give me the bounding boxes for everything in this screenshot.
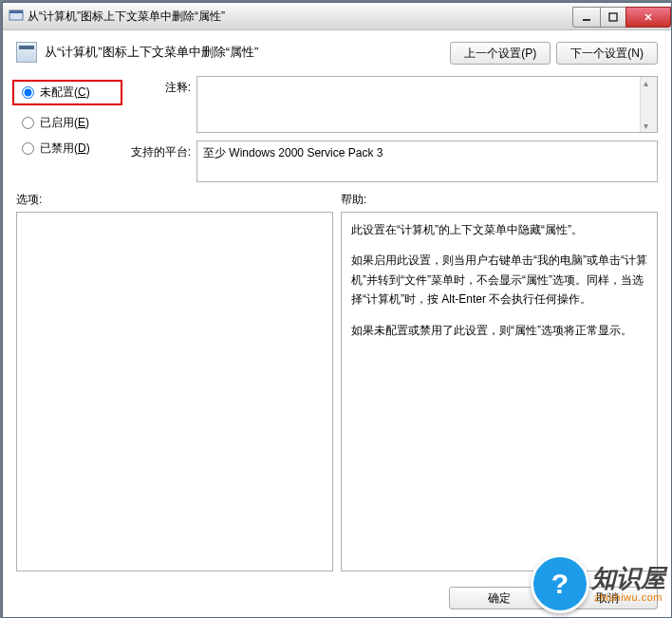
panes: 此设置在“计算机”的上下文菜单中隐藏“属性”。如果启用此设置，则当用户右键单击“… [16,212,658,571]
dialog-body: 从“计算机”图标上下文菜单中删除“属性” 上一个设置(P) 下一个设置(N) 未… [3,30,671,579]
header-row: 从“计算机”图标上下文菜单中删除“属性” 上一个设置(P) 下一个设置(N) [16,42,658,65]
platform-row: 支持的平台: 至少 Windows 2000 Service Pack 3 [130,140,658,182]
prev-setting-label: 上一个设置(P) [464,46,536,62]
help-paragraph: 此设置在“计算机”的上下文菜单中隐藏“属性”。 [351,220,647,239]
window-controls [573,7,671,26]
cancel-label: 取消 [596,590,619,607]
help-paragraph: 如果启用此设置，则当用户右键单击“我的电脑”或单击“计算机”并转到“文件”菜单时… [351,251,647,309]
svg-rect-2 [583,19,590,21]
next-setting-button[interactable]: 下一个设置(N) [556,42,658,65]
titlebar[interactable]: 从“计算机”图标上下文菜单中删除“属性” [3,3,671,30]
radio-group: 未配置(C) 已启用(E) 已禁用(D) [16,76,121,182]
config-row: 未配置(C) 已启用(E) 已禁用(D) 注释: [16,76,658,182]
maximize-button[interactable] [600,7,626,28]
next-setting-label: 下一个设置(N) [570,46,644,62]
comment-label: 注释: [130,76,191,133]
ok-label: 确定 [488,590,511,607]
comment-textarea[interactable] [196,76,658,133]
prev-setting-button[interactable]: 上一个设置(P) [450,42,551,65]
header-text: 从“计算机”图标上下文菜单中删除“属性” [45,42,442,61]
radio-not-configured[interactable]: 未配置(C) [12,80,122,105]
radio-not-configured-input[interactable] [22,86,34,99]
close-button[interactable] [625,7,671,28]
help-label: 帮助: [341,192,658,208]
footer: 确定 取消 [3,579,671,617]
pane-labels: 选项: 帮助: [16,192,658,208]
radio-label: 已禁用(D) [40,140,90,157]
options-pane[interactable] [16,212,333,571]
minimize-button[interactable] [572,7,601,28]
comment-row: 注释: [130,76,658,133]
platform-box: 至少 Windows 2000 Service Pack 3 [196,140,658,182]
svg-rect-1 [9,10,23,13]
policy-icon [16,42,37,63]
app-icon [9,9,24,24]
radio-enabled[interactable]: 已启用(E) [16,115,121,131]
dialog-window: 从“计算机”图标上下文菜单中删除“属性” 从“计算机”图标上下文菜单中删除“属性… [2,2,672,618]
help-pane[interactable]: 此设置在“计算机”的上下文菜单中隐藏“属性”。如果启用此设置，则当用户右键单击“… [341,212,658,571]
radio-label: 未配置(C) [40,84,90,101]
fields-col: 注释: 支持的平台: 至少 Windows 2000 Service Pack … [130,76,658,182]
options-label: 选项: [16,192,333,208]
radio-disabled[interactable]: 已禁用(D) [16,140,121,157]
radio-disabled-input[interactable] [22,142,34,155]
platform-value: 至少 Windows 2000 Service Pack 3 [203,146,383,159]
cancel-button[interactable]: 取消 [557,587,658,609]
radio-label: 已启用(E) [40,115,89,131]
help-paragraph: 如果未配置或禁用了此设置，则“属性”选项将正常显示。 [351,321,647,340]
scrollbar[interactable] [640,77,657,132]
radio-enabled-input[interactable] [22,117,34,129]
window-title: 从“计算机”图标上下文菜单中删除“属性” [28,9,573,25]
ok-button[interactable]: 确定 [449,587,550,609]
nav-buttons: 上一个设置(P) 下一个设置(N) [450,42,658,65]
platform-label: 支持的平台: [130,140,191,160]
svg-rect-3 [609,13,617,21]
